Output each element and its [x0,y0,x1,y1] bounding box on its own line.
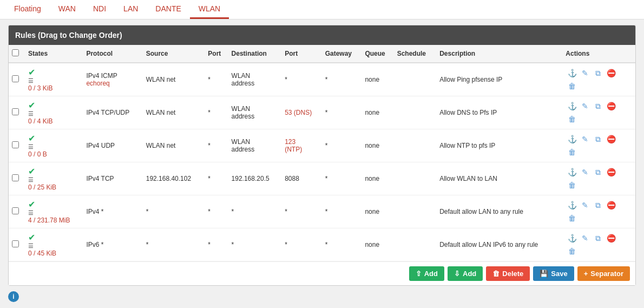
edit-icon-2[interactable]: ✎ [579,133,591,145]
tab-ndi[interactable]: NDI [84,0,115,19]
row-queue-cell: none [362,162,393,195]
row-checkbox-3[interactable] [12,174,19,181]
anchor-icon-2[interactable]: ⚓ [566,133,578,145]
add-top-button[interactable]: ⇧ Add [409,266,444,281]
delete-button[interactable]: 🗑 Delete [486,266,530,281]
row-queue-cell: none [362,228,393,261]
col-checkbox [9,45,25,63]
row-states-cell: ✔ ☰ 0 / 0 B [25,129,83,162]
tab-wlan[interactable]: WLAN [190,0,229,19]
row-checkbox-2[interactable] [12,141,19,148]
edit-icon-3[interactable]: ✎ [579,166,591,178]
copy-icon-2[interactable]: ⧉ [592,133,604,145]
delete-row-icon-1[interactable]: 🗑 [566,113,578,125]
disable-icon-3[interactable]: ⛔ [605,166,617,178]
state-link-1[interactable]: 0 / 4 KiB [28,117,52,125]
edit-icon-4[interactable]: ✎ [579,199,591,211]
description-text: Allow WLAN to LAN [439,175,497,182]
protocol-text: IPv4 TCP/UDP [86,109,129,116]
list-icon: ☰ [28,110,34,117]
anchor-icon-3[interactable]: ⚓ [566,166,578,178]
anchor-icon-1[interactable]: ⚓ [566,100,578,112]
disable-icon-0[interactable]: ⛔ [605,67,617,79]
edit-icon-5[interactable]: ✎ [579,232,591,244]
tab-lan[interactable]: LAN [115,0,147,19]
col-actions: Actions [562,45,635,63]
tab-floating[interactable]: Floating [5,0,50,19]
disable-icon-1[interactable]: ⛔ [605,100,617,112]
select-all-checkbox[interactable] [12,49,19,56]
row-description-cell: Allow Ping pfsense IP [436,63,562,96]
row-src-port-cell: * [205,129,228,162]
state-link-5[interactable]: 0 / 45 KiB [28,250,56,257]
row-source-cell: WLAN net [143,96,205,129]
disable-icon-2[interactable]: ⛔ [605,133,617,145]
row-checkbox-5[interactable] [12,240,19,247]
row-states-cell: ✔ ☰ 0 / 3 KiB [25,63,83,96]
edit-icon-0[interactable]: ✎ [579,67,591,79]
bottom-action-bar: ⇧ Add ⇩ Add 🗑 Delete 💾 Save + Separator [9,261,635,285]
row-states-cell: ✔ ☰ 4 / 231.78 MiB [25,195,83,228]
copy-icon-5[interactable]: ⧉ [592,232,604,244]
state-link-0[interactable]: 0 / 3 KiB [28,84,52,92]
dst-port-text: * [285,76,287,83]
edit-icon-1[interactable]: ✎ [579,100,591,112]
row-checkbox-0[interactable] [12,75,19,82]
destination-text: WLANaddress [232,72,255,87]
row-states-cell: ✔ ☰ 0 / 25 KiB [25,162,83,195]
row-checkbox-4[interactable] [12,207,19,214]
disable-icon-4[interactable]: ⛔ [605,199,617,211]
state-link-2[interactable]: 0 / 0 B [28,150,47,158]
row-checkbox-1[interactable] [12,108,19,115]
protocol-text: IPv6 * [86,241,103,248]
delete-row-icon-0[interactable]: 🗑 [566,80,578,92]
destination-text: WLANaddress [232,105,255,120]
row-source-cell: WLAN net [143,129,205,162]
row-schedule-cell [394,96,437,129]
table-row: ✔ ☰ 0 / 0 B IPv4 UDPWLAN net*WLANaddress… [9,129,635,162]
col-src-port: Port [205,45,228,63]
info-icon[interactable]: i [8,291,19,302]
destination-text: * [232,241,234,248]
row-protocol-cell: IPv4 ICMPechoreq [83,63,142,96]
protocol-sub-link[interactable]: echoreq [86,80,109,87]
source-text: WLAN net [146,76,176,83]
row-queue-cell: none [362,63,393,96]
destination-text: * [232,208,234,215]
row-actions-cell: ⚓ ✎ ⧉ ⛔ 🗑 [562,129,635,162]
row-destination-cell: WLANaddress [228,96,282,129]
row-queue-cell: none [362,96,393,129]
separator-button[interactable]: + Separator [577,266,630,281]
table-row: ✔ ☰ 0 / 25 KiB IPv4 TCP192.168.40.102*19… [9,162,635,195]
state-link-3[interactable]: 0 / 25 KiB [28,184,56,191]
copy-icon-1[interactable]: ⧉ [592,100,604,112]
row-actions-cell: ⚓ ✎ ⧉ ⛔ 🗑 [562,162,635,195]
enabled-check-icon: ✔ [28,166,35,176]
delete-row-icon-3[interactable]: 🗑 [566,179,578,191]
col-description: Description [436,45,562,63]
copy-icon-0[interactable]: ⧉ [592,67,604,79]
enabled-check-icon: ✔ [28,67,35,77]
col-states: States [25,45,83,63]
row-checkbox-cell [9,162,25,195]
tab-wan[interactable]: WAN [50,0,84,19]
copy-icon-3[interactable]: ⧉ [592,166,604,178]
delete-row-icon-4[interactable]: 🗑 [566,212,578,224]
tab-dante[interactable]: DANTE [147,0,189,19]
info-section: i [8,286,636,307]
anchor-icon-0[interactable]: ⚓ [566,67,578,79]
save-button[interactable]: 💾 Save [533,266,574,281]
delete-row-icon-5[interactable]: 🗑 [566,245,578,257]
anchor-icon-4[interactable]: ⚓ [566,199,578,211]
row-description-cell: Allow WLAN to LAN [436,162,562,195]
anchor-icon-5[interactable]: ⚓ [566,232,578,244]
delete-row-icon-2[interactable]: 🗑 [566,146,578,158]
plus-icon: + [584,270,588,278]
add-bottom-button[interactable]: ⇩ Add [448,266,483,281]
disable-icon-5[interactable]: ⛔ [605,232,617,244]
table-row: ✔ ☰ 0 / 4 KiB IPv4 TCP/UDPWLAN net*WLANa… [9,96,635,129]
state-link-4[interactable]: 4 / 231.78 MiB [28,217,70,224]
table-row: ✔ ☰ 0 / 3 KiB IPv4 ICMPechoreqWLAN net*W… [9,63,635,96]
col-schedule: Schedule [394,45,437,63]
copy-icon-4[interactable]: ⧉ [592,199,604,211]
